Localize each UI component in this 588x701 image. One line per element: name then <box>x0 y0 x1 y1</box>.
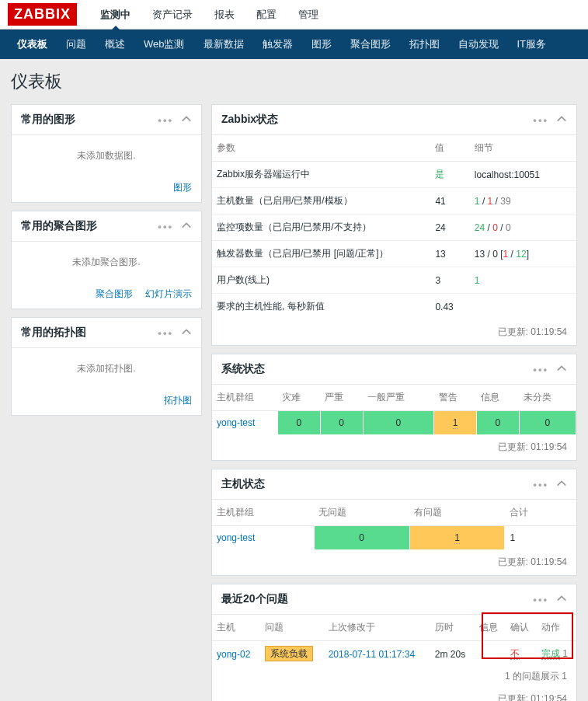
system-status-table: 主机群组灾难严重一般严重警告信息未分类 yong-test000100 <box>212 385 576 434</box>
column-header: 合计 <box>505 500 576 526</box>
count-cell[interactable]: 0 <box>314 526 409 550</box>
topnav-item[interactable]: 资产记录 <box>143 0 202 30</box>
detail-cell: localhost:10051 <box>470 162 576 188</box>
more-icon[interactable]: ••• <box>158 114 173 126</box>
topnav-item[interactable]: 配置 <box>247 0 286 30</box>
page-title: 仪表板 <box>11 70 577 93</box>
status-row: 要求的主机性能, 每秒新值0.43 <box>212 294 576 320</box>
column-header: 主机群组 <box>212 385 277 411</box>
subnav-item[interactable]: 问题 <box>57 30 96 59</box>
value-cell: 3 <box>430 267 469 294</box>
widget-fav-maps: 常用的拓扑图 ••• 未添加拓扑图. 拓扑图 <box>11 317 202 416</box>
param-cell: Zabbix服务器端运行中 <box>212 162 430 188</box>
subnav-item[interactable]: 触发器 <box>253 30 302 59</box>
column-header: 灾难 <box>277 385 320 411</box>
more-icon[interactable]: ••• <box>158 221 173 232</box>
widget-host-status: 主机状态 ••• 主机群组无问题有问题合计 yong-test011 已更新: … <box>211 469 577 576</box>
subnav-item[interactable]: 最新数据 <box>194 30 253 59</box>
subnav-item[interactable]: 聚合图形 <box>341 30 400 59</box>
column-header: 信息 <box>476 385 519 411</box>
collapse-icon[interactable] <box>181 220 192 233</box>
count-cell[interactable]: 0 <box>277 411 320 435</box>
count-cell[interactable]: 1 <box>409 526 505 550</box>
updated-text: 已更新: 01:19:54 <box>212 319 576 345</box>
link-slideshows[interactable]: 幻灯片演示 <box>145 288 192 299</box>
time-link[interactable]: 2018-07-11 01:17:34 <box>329 649 415 660</box>
collapse-icon[interactable] <box>556 593 567 606</box>
group-link[interactable]: yong-test <box>217 417 255 428</box>
column-header: 确认 <box>506 615 537 641</box>
column-header: 有问题 <box>409 500 505 526</box>
count-cell[interactable]: 0 <box>519 411 576 435</box>
subnav-item[interactable]: 图形 <box>302 30 341 59</box>
detail-cell: 13 / 0 [1 / 12] <box>470 241 576 267</box>
topnav-item[interactable]: 监测中 <box>91 0 140 30</box>
subnav-item[interactable]: Web监测 <box>134 30 194 59</box>
widget-fav-graphs: 常用的图形 ••• 未添加数据图. 图形 <box>11 104 202 203</box>
status-row: 触发器数量（已启用/已禁用 [问题/正常]）1313 / 0 [1 / 12] <box>212 241 576 267</box>
detail-cell: 1 <box>470 267 576 294</box>
link-screens[interactable]: 聚合图形 <box>96 288 133 299</box>
column-header: 警告 <box>434 385 477 411</box>
status-row: yong-test011 <box>212 526 576 550</box>
collapse-icon[interactable] <box>556 363 567 376</box>
updated-text: 已更新: 01:19:54 <box>212 549 576 575</box>
count-cell[interactable]: 1 <box>505 526 576 550</box>
link-maps[interactable]: 拓扑图 <box>164 395 192 406</box>
collapse-icon[interactable] <box>181 326 192 340</box>
subnav-item[interactable]: 自动发现 <box>449 30 508 59</box>
collapse-icon[interactable] <box>181 113 192 127</box>
value-cell: 0.43 <box>430 294 469 320</box>
more-icon[interactable]: ••• <box>533 594 548 605</box>
param-cell: 监控项数量（已启用/已禁用/不支持） <box>212 214 430 241</box>
column-header: 主机群组 <box>212 500 314 526</box>
collapse-icon[interactable] <box>556 113 567 127</box>
column-header: 动作 <box>537 615 576 641</box>
host-link[interactable]: yong-02 <box>217 649 250 660</box>
link-graphs[interactable]: 图形 <box>173 182 192 193</box>
group-link[interactable]: yong-test <box>217 532 255 543</box>
count-cell[interactable]: 0 <box>476 411 519 435</box>
issue-row: yong-02 系统负载 2018-07-11 01:17:34 2m 20s … <box>212 641 576 668</box>
column-header: 一般严重 <box>363 385 433 411</box>
page-content: 仪表板 常用的图形 ••• 未添加数据图. 图形 常用的聚合图形 <box>0 59 588 701</box>
widget-system-status: 系统状态 ••• 主机群组灾难严重一般严重警告信息未分类 yong-test00… <box>211 354 577 461</box>
value-cell: 13 <box>430 241 469 267</box>
more-icon[interactable]: ••• <box>158 327 173 339</box>
topnav-item[interactable]: 管理 <box>289 0 328 30</box>
more-icon[interactable]: ••• <box>533 114 548 126</box>
count-cell[interactable]: 0 <box>363 411 433 435</box>
widget-title: 常用的图形 <box>21 113 75 127</box>
subnav-item[interactable]: 拓扑图 <box>400 30 449 59</box>
widget-title: 常用的拓扑图 <box>21 326 86 340</box>
subnav-item[interactable]: 概述 <box>96 30 134 59</box>
action-text[interactable]: 完成 <box>541 648 560 660</box>
param-cell: 用户数(线上) <box>212 267 430 294</box>
column-header: 信息 <box>475 615 506 641</box>
topnav-item[interactable]: 报表 <box>205 0 244 30</box>
issue-tag[interactable]: 系统负载 <box>265 646 313 661</box>
widget-fav-screens: 常用的聚合图形 ••• 未添加聚合图形. 聚合图形 幻灯片演示 <box>11 211 202 309</box>
count-cell[interactable]: 1 <box>434 411 477 435</box>
widget-title: 最近20个问题 <box>221 592 288 606</box>
last-issues-table: 主机问题上次修改于历时信息确认动作 yong-02 系统负载 2018-07-1… <box>212 615 576 667</box>
more-icon[interactable]: ••• <box>533 479 548 490</box>
logo[interactable]: ZABBIX <box>8 3 77 26</box>
widget-title: 系统状态 <box>221 362 265 376</box>
ack-link[interactable]: 不 <box>510 648 520 660</box>
collapse-icon[interactable] <box>556 478 567 491</box>
column-header: 上次修改于 <box>324 615 430 641</box>
subnav-item[interactable]: IT服务 <box>508 30 556 59</box>
top-nav: 监测中资产记录报表配置管理 <box>91 0 328 30</box>
column-header: 值 <box>430 135 469 162</box>
more-icon[interactable]: ••• <box>533 364 548 375</box>
widget-footer: 拓扑图 <box>12 389 201 415</box>
column-header: 细节 <box>470 135 576 162</box>
count-cell[interactable]: 0 <box>320 411 363 435</box>
action-count: 1 <box>562 648 568 659</box>
param-cell: 要求的主机性能, 每秒新值 <box>212 294 430 320</box>
age-cell: 2m 20s <box>430 641 475 668</box>
status-row: Zabbix服务器端运行中是localhost:10051 <box>212 162 576 188</box>
widget-footer: 聚合图形 幻灯片演示 <box>12 283 201 309</box>
subnav-item[interactable]: 仪表板 <box>8 30 57 59</box>
